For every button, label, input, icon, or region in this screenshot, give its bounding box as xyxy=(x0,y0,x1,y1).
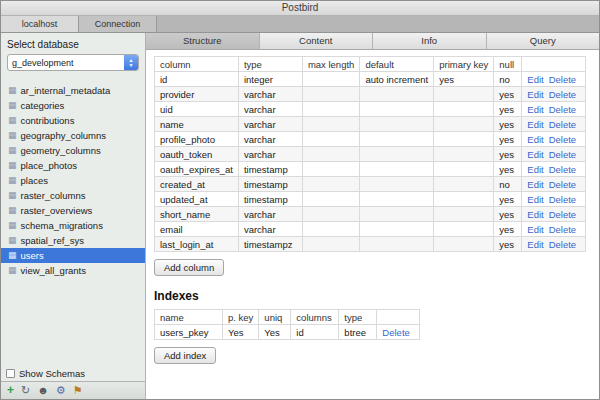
sidebar-table-label: places xyxy=(21,175,48,186)
column-row: name varchar yes EditDelete xyxy=(155,117,586,132)
cell-column: uid xyxy=(155,102,239,117)
sidebar-table-item[interactable]: ▦ spatial_ref_sys xyxy=(1,233,145,248)
cell-primary-key xyxy=(434,237,494,252)
edit-link[interactable]: Edit xyxy=(527,134,543,145)
edit-link[interactable]: Edit xyxy=(527,209,543,220)
user-icon[interactable]: ☻ xyxy=(37,385,49,396)
delete-link[interactable]: Delete xyxy=(549,239,576,250)
tab-localhost[interactable]: localhost xyxy=(1,16,79,32)
cell-column: oauth_expires_at xyxy=(155,162,239,177)
cell-default xyxy=(360,192,434,207)
sidebar-table-item[interactable]: ▦ place_photos xyxy=(1,158,145,173)
column-row: last_login_at timestampz yes EditDelete xyxy=(155,237,586,252)
edit-link[interactable]: Edit xyxy=(527,149,543,160)
delete-link[interactable]: Delete xyxy=(549,89,576,100)
delete-link[interactable]: Delete xyxy=(549,74,576,85)
tab-structure[interactable]: Structure xyxy=(146,33,260,49)
edit-link[interactable]: Edit xyxy=(527,179,543,190)
database-select[interactable]: g_development ▲▼ xyxy=(7,54,139,71)
idx-header-type: type xyxy=(339,310,377,325)
cell-default xyxy=(360,237,434,252)
sidebar-table-item[interactable]: ▦ users xyxy=(1,248,145,263)
delete-link[interactable]: Delete xyxy=(549,104,576,115)
cell-default xyxy=(360,222,434,237)
cell-actions: EditDelete xyxy=(522,72,586,87)
gear-icon[interactable]: ⚙ xyxy=(56,385,66,396)
edit-link[interactable]: Edit xyxy=(527,74,543,85)
show-schemas-checkbox[interactable] xyxy=(6,369,15,378)
sidebar-table-item[interactable]: ▦ raster_overviews xyxy=(1,203,145,218)
sidebar: Select database g_development ▲▼ ▦ ar_in… xyxy=(1,33,146,399)
table-icon: ▦ xyxy=(8,236,17,245)
tab-info[interactable]: Info xyxy=(373,33,487,49)
sidebar-table-label: ar_internal_metadata xyxy=(21,85,111,96)
header-max-length: max length xyxy=(302,57,359,72)
sidebar-table-item[interactable]: ▦ categories xyxy=(1,98,145,113)
sidebar-table-item[interactable]: ▦ contributions xyxy=(1,113,145,128)
header-column: column xyxy=(155,57,239,72)
cell-max-length xyxy=(302,222,359,237)
delete-link[interactable]: Delete xyxy=(549,194,576,205)
edit-link[interactable]: Edit xyxy=(527,89,543,100)
tab-connection[interactable]: Connection xyxy=(79,16,157,32)
cell-actions: EditDelete xyxy=(522,177,586,192)
tab-content[interactable]: Content xyxy=(260,33,374,49)
cell-actions: EditDelete xyxy=(522,147,586,162)
sidebar-table-label: spatial_ref_sys xyxy=(21,235,84,246)
cell-max-length xyxy=(302,87,359,102)
sidebar-table-item[interactable]: ▦ geography_columns xyxy=(1,128,145,143)
edit-link[interactable]: Edit xyxy=(527,119,543,130)
edit-link[interactable]: Edit xyxy=(527,164,543,175)
sidebar-table-item[interactable]: ▦ view_all_grants xyxy=(1,263,145,278)
cell-null: yes xyxy=(494,102,522,117)
cell-type: varchar xyxy=(238,87,302,102)
cell-index-pkey: Yes xyxy=(223,325,259,340)
edit-link[interactable]: Edit xyxy=(527,104,543,115)
sidebar-table-item[interactable]: ▦ places xyxy=(1,173,145,188)
cell-index-actions: Delete xyxy=(377,325,419,340)
index-delete-link[interactable]: Delete xyxy=(382,327,409,338)
cell-primary-key xyxy=(434,162,494,177)
cell-null: no xyxy=(494,177,522,192)
sidebar-table-item[interactable]: ▦ schema_migrations xyxy=(1,218,145,233)
idx-header-name: name xyxy=(155,310,223,325)
title-bar: Postbird xyxy=(1,1,599,16)
sidebar-table-item[interactable]: ▦ geometry_columns xyxy=(1,143,145,158)
refresh-icon[interactable]: ↻ xyxy=(21,385,30,396)
cell-primary-key xyxy=(434,102,494,117)
edit-link[interactable]: Edit xyxy=(527,239,543,250)
add-index-button[interactable]: Add index xyxy=(154,347,216,364)
delete-link[interactable]: Delete xyxy=(549,134,576,145)
sidebar-table-label: geography_columns xyxy=(21,130,107,141)
cell-column: updated_at xyxy=(155,192,239,207)
tab-query[interactable]: Query xyxy=(487,33,600,49)
cell-null: yes xyxy=(494,132,522,147)
edit-link[interactable]: Edit xyxy=(527,194,543,205)
app-window: Postbird localhost Connection Select dat… xyxy=(0,0,600,400)
structure-content: column type max length default primary k… xyxy=(146,50,599,399)
delete-link[interactable]: Delete xyxy=(549,119,576,130)
delete-link[interactable]: Delete xyxy=(549,209,576,220)
add-icon[interactable]: + xyxy=(7,385,14,396)
tag-icon[interactable]: ⚑ xyxy=(73,385,83,396)
sidebar-table-item[interactable]: ▦ raster_columns xyxy=(1,188,145,203)
columns-table-body: id integer auto increment yes no EditDel… xyxy=(155,72,586,252)
sidebar-table-label: raster_overviews xyxy=(21,205,93,216)
delete-link[interactable]: Delete xyxy=(549,224,576,235)
delete-link[interactable]: Delete xyxy=(549,164,576,175)
sidebar-table-item[interactable]: ▦ ar_internal_metadata xyxy=(1,83,145,98)
cell-column: short_name xyxy=(155,207,239,222)
cell-column: created_at xyxy=(155,177,239,192)
cell-primary-key xyxy=(434,87,494,102)
cell-max-length xyxy=(302,237,359,252)
delete-link[interactable]: Delete xyxy=(549,179,576,190)
sidebar-table-label: geometry_columns xyxy=(21,145,101,156)
idx-header-columns: columns xyxy=(291,310,339,325)
delete-link[interactable]: Delete xyxy=(549,149,576,160)
cell-actions: EditDelete xyxy=(522,222,586,237)
cell-default xyxy=(360,117,434,132)
cell-default xyxy=(360,162,434,177)
cell-actions: EditDelete xyxy=(522,207,586,222)
edit-link[interactable]: Edit xyxy=(527,224,543,235)
add-column-button[interactable]: Add column xyxy=(154,259,224,276)
